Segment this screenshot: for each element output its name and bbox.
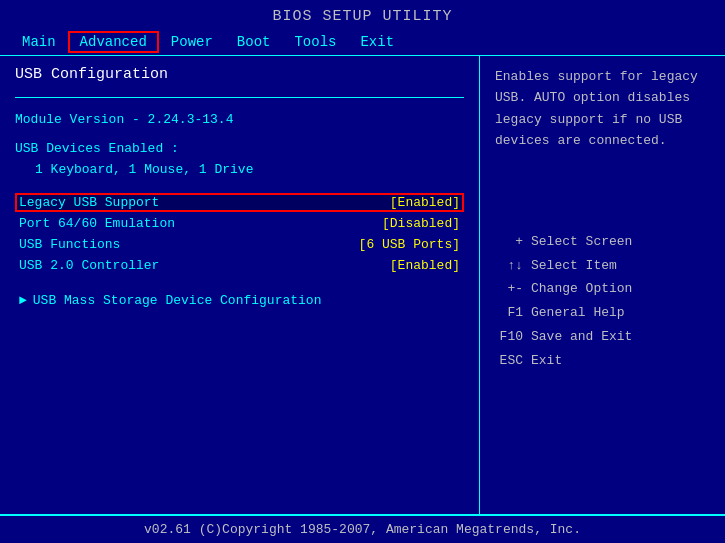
config-items-list: Legacy USB Support [Enabled] Port 64/60 … [15, 193, 464, 275]
usb-mass-storage-label: USB Mass Storage Device Configuration [33, 293, 322, 308]
usb-mass-storage-item[interactable]: ► USB Mass Storage Device Configuration [15, 289, 464, 312]
usb-functions-value: [6 USB Ports] [359, 237, 460, 252]
legacy-usb-value: [Enabled] [390, 195, 460, 210]
shortcut-desc-change-option: Change Option [531, 279, 632, 300]
config-row-usb-controller[interactable]: USB 2.0 Controller [Enabled] [15, 256, 464, 275]
section-title: USB Configuration [15, 66, 464, 83]
menu-item-tools[interactable]: Tools [282, 31, 348, 53]
module-version: Module Version - 2.24.3-13.4 [15, 112, 464, 127]
arrow-icon: ► [19, 293, 27, 308]
shortcut-key-plus: + [495, 232, 523, 253]
shortcut-key-arrows: ↑↓ [495, 256, 523, 277]
port-emulation-label: Port 64/60 Emulation [19, 216, 175, 231]
shortcut-desc-select-screen: Select Screen [531, 232, 632, 253]
shortcut-key-f10: F10 [495, 327, 523, 348]
shortcut-desc-esc: Exit [531, 351, 562, 372]
menu-item-boot[interactable]: Boot [225, 31, 283, 53]
right-panel: Enables support for legacy USB. AUTO opt… [480, 56, 725, 514]
config-row-legacy-usb[interactable]: Legacy USB Support [Enabled] [15, 193, 464, 212]
usb-controller-value: [Enabled] [390, 258, 460, 273]
title-bar: BIOS SETUP UTILITY [0, 0, 725, 29]
shortcut-esc: ESC Exit [495, 351, 710, 372]
menu-item-main[interactable]: Main [10, 31, 68, 53]
usb-controller-label: USB 2.0 Controller [19, 258, 159, 273]
shortcut-key-esc: ESC [495, 351, 523, 372]
shortcut-select-screen: + Select Screen [495, 232, 710, 253]
help-text: Enables support for legacy USB. AUTO opt… [495, 66, 710, 152]
shortcut-desc-f1: General Help [531, 303, 625, 324]
content-area: USB Configuration Module Version - 2.24.… [0, 55, 725, 515]
shortcut-desc-f10: Save and Exit [531, 327, 632, 348]
menu-item-advanced[interactable]: Advanced [68, 31, 159, 53]
menu-bar: Main Advanced Power Boot Tools Exit [0, 29, 725, 55]
bios-screen: BIOS SETUP UTILITY Main Advanced Power B… [0, 0, 725, 543]
usb-functions-label: USB Functions [19, 237, 120, 252]
menu-item-power[interactable]: Power [159, 31, 225, 53]
bios-title: BIOS SETUP UTILITY [272, 8, 452, 25]
shortcut-desc-select-item: Select Item [531, 256, 617, 277]
usb-devices-label: USB Devices Enabled : [15, 141, 464, 156]
shortcut-change-option: +- Change Option [495, 279, 710, 300]
config-row-port-emulation[interactable]: Port 64/60 Emulation [Disabled] [15, 214, 464, 233]
port-emulation-value: [Disabled] [382, 216, 460, 231]
shortcut-f1: F1 General Help [495, 303, 710, 324]
config-row-usb-functions[interactable]: USB Functions [6 USB Ports] [15, 235, 464, 254]
menu-item-exit[interactable]: Exit [348, 31, 406, 53]
footer-text: v02.61 (C)Copyright 1985-2007, American … [144, 522, 581, 537]
shortcut-key-plusminus: +- [495, 279, 523, 300]
shortcut-f10: F10 Save and Exit [495, 327, 710, 348]
legacy-usb-label: Legacy USB Support [19, 195, 159, 210]
shortcut-key-f1: F1 [495, 303, 523, 324]
shortcuts-list: + Select Screen ↑↓ Select Item +- Change… [495, 232, 710, 372]
left-panel: USB Configuration Module Version - 2.24.… [0, 56, 480, 514]
divider [15, 97, 464, 98]
shortcut-select-item: ↑↓ Select Item [495, 256, 710, 277]
usb-devices-value: 1 Keyboard, 1 Mouse, 1 Drive [15, 162, 464, 177]
footer: v02.61 (C)Copyright 1985-2007, American … [0, 515, 725, 543]
